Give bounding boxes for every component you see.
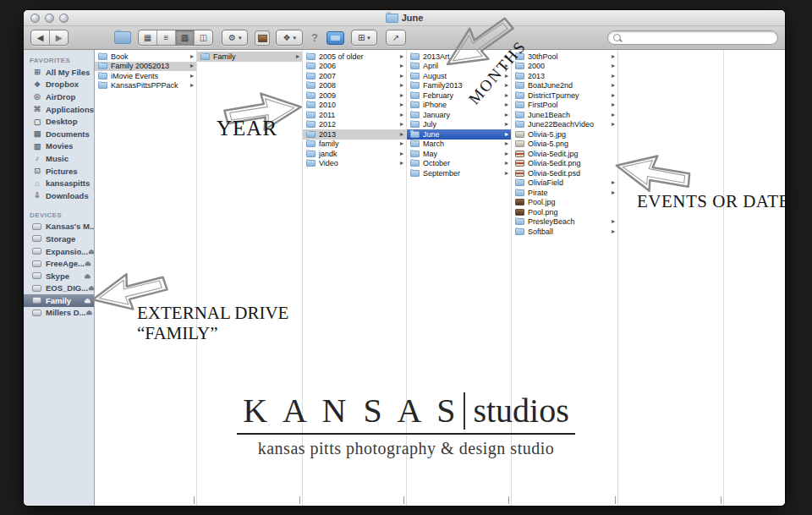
device-item-skype[interactable]: Skype⏏ xyxy=(24,270,94,282)
zoom-window-button[interactable] xyxy=(59,14,69,23)
folder-row[interactable]: 2013Art▸ xyxy=(407,52,511,62)
forward-button[interactable]: ▶ xyxy=(50,30,68,45)
folder-row[interactable]: 2008▸ xyxy=(303,81,406,91)
device-item-freeage-[interactable]: FreeAge...⏏ xyxy=(24,257,94,270)
close-window-button[interactable] xyxy=(30,14,40,23)
device-item-millers-d-[interactable]: Millers D...⏏ xyxy=(24,307,94,320)
sidebar-item-dropbox[interactable]: ❖Dropbox xyxy=(24,79,94,91)
eject-icon[interactable]: ⏏ xyxy=(86,309,93,316)
folder-icon xyxy=(515,82,524,89)
folder-row[interactable]: Family▸ xyxy=(197,52,302,62)
folder-row[interactable]: jandk▸ xyxy=(303,149,406,159)
sidebar-item-pictures[interactable]: ⊡Pictures xyxy=(24,165,94,178)
folder-row[interactable]: February▸ xyxy=(407,90,511,101)
folder-row[interactable]: May▸ xyxy=(407,149,511,159)
folder-row[interactable]: January▸ xyxy=(407,110,511,120)
folder-row[interactable]: March▸ xyxy=(407,140,511,150)
folder-row[interactable]: BoatJune2nd▸ xyxy=(512,81,617,91)
eject-icon[interactable]: ⏏ xyxy=(84,272,91,280)
photo-app-icon[interactable] xyxy=(255,30,270,46)
help-icon[interactable]: ? xyxy=(310,31,320,44)
file-row[interactable]: Pool.jpg xyxy=(512,198,617,208)
device-item-storage[interactable]: Storage xyxy=(24,233,94,245)
arrange-menu-button[interactable]: ⊞ ▾ xyxy=(351,30,377,46)
folder-row[interactable]: June1Beach▸ xyxy=(512,110,617,120)
dropbox-menu-button[interactable]: ❖ ▾ xyxy=(276,30,302,46)
file-row[interactable]: Olivia-5edit.psd xyxy=(512,168,617,178)
sidebar-item-downloads[interactable]: ⇩Downloads xyxy=(24,189,94,202)
file-row[interactable]: Olivia-5edit.jpg xyxy=(512,149,617,159)
folder-row[interactable]: 2012▸ xyxy=(303,120,406,130)
folder-row[interactable]: June▸ xyxy=(407,129,511,140)
folder-row[interactable]: iMovie Events▸ xyxy=(95,71,196,81)
device-item-label: Storage xyxy=(46,234,75,244)
sidebar-item-music[interactable]: ♪Music xyxy=(24,152,94,165)
search-field[interactable] xyxy=(607,30,778,45)
eject-icon[interactable]: ⏏ xyxy=(84,297,91,304)
folder-row[interactable]: Softball▸ xyxy=(512,227,617,237)
device-item-kansas-s-m-[interactable]: Kansas's M... xyxy=(24,221,94,233)
folder-row[interactable]: FirstPool▸ xyxy=(512,101,617,111)
device-item-eos-dig-[interactable]: EOS_DIG...⏏ xyxy=(24,282,94,295)
folder-row[interactable]: August▸ xyxy=(407,71,511,81)
device-item-expansio-[interactable]: Expansio...⏏ xyxy=(24,245,94,258)
folder-row[interactable]: 2013▸ xyxy=(303,129,406,140)
folder-icon xyxy=(515,73,524,79)
back-button[interactable]: ◀ xyxy=(31,30,50,45)
folder-row[interactable]: September▸ xyxy=(407,168,511,178)
minimize-window-button[interactable] xyxy=(45,14,54,23)
airdrop-icon: ◎ xyxy=(32,92,42,101)
folder-row[interactable]: family▸ xyxy=(303,140,406,150)
sidebar-item-all-my-files[interactable]: ⊞All My Files xyxy=(24,66,94,79)
coverflow-view-button[interactable]: ◫ xyxy=(195,30,212,45)
folder-row[interactable]: OliviaField▸ xyxy=(512,178,617,189)
folder-row[interactable]: Family 20052013▸ xyxy=(95,62,196,72)
action-menu-button[interactable]: ⚙ ▾ xyxy=(222,30,248,46)
folder-row[interactable]: April▸ xyxy=(407,62,511,72)
folder-row[interactable]: Family2013▸ xyxy=(407,81,511,91)
share-button[interactable]: ↗ xyxy=(386,30,406,46)
folder-row[interactable]: 30thPool▸ xyxy=(512,52,617,62)
folder-row[interactable]: PresleyBeach▸ xyxy=(512,217,617,227)
folder-row[interactable]: Pirate▸ xyxy=(512,188,617,198)
sidebar-item-label: Downloads xyxy=(46,191,89,200)
sidebar-item-documents[interactable]: ▤Documents xyxy=(24,128,94,140)
eject-icon[interactable]: ⏏ xyxy=(88,284,95,292)
list-view-button[interactable]: ≡ xyxy=(157,30,176,45)
folder-row[interactable]: 2005 of older▸ xyxy=(303,52,406,62)
eject-icon[interactable]: ⏏ xyxy=(85,260,91,267)
icon-view-button[interactable]: ▦ xyxy=(139,30,157,45)
folder-row[interactable]: Video▸ xyxy=(303,159,406,169)
folder-row[interactable]: DistrictTpurney▸ xyxy=(512,90,617,101)
folder-row[interactable]: 2011▸ xyxy=(303,110,406,120)
folder-row[interactable]: 2009▸ xyxy=(303,90,406,101)
device-item-family[interactable]: Family⏏ xyxy=(24,294,94,307)
file-row[interactable]: Olivia-5.png xyxy=(512,140,617,150)
folder-row[interactable]: June22BeachVideo▸ xyxy=(512,120,617,130)
new-folder-icon[interactable] xyxy=(114,31,131,44)
folder-row[interactable]: 2006▸ xyxy=(303,62,406,72)
file-row[interactable]: Olivia-5edit.png xyxy=(512,159,617,169)
column-view-button[interactable]: ▥ xyxy=(176,30,195,45)
sidebar-item-airdrop[interactable]: ◎AirDrop xyxy=(24,90,94,103)
sidebar-item-movies[interactable]: ▥Movies xyxy=(24,140,94,153)
eject-icon[interactable]: ⏏ xyxy=(88,248,95,255)
folder-row[interactable]: October▸ xyxy=(407,159,511,169)
blue-folder-icon[interactable] xyxy=(326,31,344,45)
folder-row[interactable]: KansasPittsPPPack▸ xyxy=(95,81,196,91)
file-row[interactable]: Olivia-5.jpg xyxy=(512,129,617,140)
folder-row[interactable]: 2000▸ xyxy=(512,62,617,72)
titlebar[interactable]: June xyxy=(24,10,785,26)
folder-row[interactable]: July▸ xyxy=(407,120,511,130)
folder-row[interactable]: iPhone▸ xyxy=(407,101,511,111)
sidebar-item-kansaspitts[interactable]: ⌂kansaspitts xyxy=(24,177,94,189)
file-row[interactable]: Pool.png xyxy=(512,207,617,217)
folder-row[interactable]: 2013▸ xyxy=(512,71,617,81)
folder-row[interactable]: Book▸ xyxy=(95,52,196,62)
folder-row[interactable]: 2010▸ xyxy=(303,101,406,111)
sidebar-item-applications[interactable]: ⌘Applications xyxy=(24,103,94,116)
item-name: iPhone xyxy=(423,101,447,109)
folder-row[interactable]: 2007▸ xyxy=(303,71,406,81)
sidebar-item-desktop[interactable]: ▢Desktop xyxy=(24,115,94,128)
item-name: Pirate xyxy=(528,189,548,197)
